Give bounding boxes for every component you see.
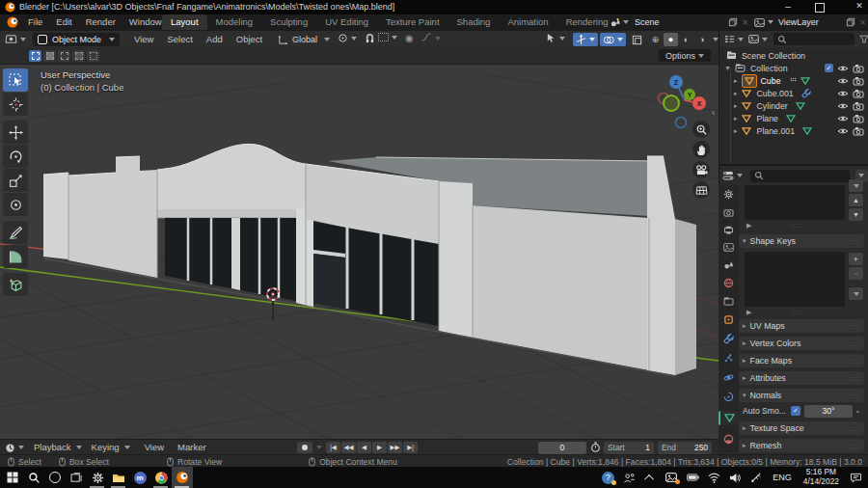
hide-eye-icon[interactable] [837, 65, 849, 72]
frame-end-field[interactable]: End 250 [658, 442, 712, 454]
next-keyframe-button[interactable]: ▶▶ [388, 442, 402, 453]
tool-add-cube[interactable] [3, 273, 28, 296]
menu-timeline-view[interactable]: View [138, 440, 171, 455]
object-visibility-button[interactable] [546, 33, 565, 43]
tab-layout[interactable]: Layout [162, 14, 207, 30]
properties-editor-button[interactable] [722, 171, 743, 180]
tray-screenshot-icon[interactable] [661, 467, 682, 488]
render-camera-icon[interactable] [853, 126, 864, 136]
panel-texture-space[interactable]: ▸Texture Space:::: [739, 421, 864, 435]
notification-center-icon[interactable] [845, 467, 866, 488]
new-viewlayer-icon[interactable] [846, 17, 855, 27]
vgroup-specials-button[interactable] [849, 179, 863, 192]
panel-remesh[interactable]: ▸Remesh:::: [739, 439, 864, 452]
list-resize-grip[interactable]: :::: [791, 309, 802, 315]
file-explorer-icon[interactable] [108, 467, 129, 488]
tab-texture-paint[interactable]: Texture Paint [377, 14, 448, 30]
settings-app-icon[interactable] [87, 467, 108, 488]
menu-edit[interactable]: Edit [49, 14, 78, 30]
tray-usb-icon[interactable] [746, 467, 767, 488]
tool-annotate[interactable] [3, 221, 28, 244]
tray-volume-icon[interactable] [724, 467, 746, 488]
render-camera-icon[interactable] [853, 89, 864, 98]
shading-wireframe-button[interactable]: ⊕ [648, 33, 663, 46]
taskbar-search-icon[interactable] [23, 467, 44, 488]
menu-render[interactable]: Render [79, 14, 122, 30]
tool-rotate[interactable] [3, 145, 28, 168]
outliner-row-collection[interactable]: ▼ Collection ✓ [719, 62, 868, 74]
panel-vertex-colors[interactable]: ▸Vertex Colors:::: [739, 337, 864, 350]
properties-search-input[interactable] [750, 170, 850, 182]
tab-scene-icon[interactable] [723, 260, 734, 269]
auto-keying-toggle[interactable] [297, 442, 322, 453]
cylinder-label[interactable]: Cylinder [757, 101, 788, 111]
auto-smooth-angle-field[interactable]: 30° [804, 405, 853, 418]
xray-toggle[interactable] [629, 33, 645, 46]
tab-world-icon[interactable] [723, 278, 734, 288]
auto-smooth-keyframe-dot[interactable]: • [856, 407, 859, 416]
hide-eye-icon[interactable] [837, 77, 849, 85]
minimize-button[interactable]: – [776, 1, 800, 12]
vertex-groups-list[interactable] [745, 185, 845, 220]
tray-battery-icon[interactable] [682, 467, 703, 488]
list-resize-grip[interactable]: :::: [791, 222, 802, 229]
panel-face-maps[interactable]: ▸Face Maps:::: [739, 354, 864, 367]
tool-measure[interactable] [3, 245, 28, 268]
start-button[interactable] [2, 467, 23, 488]
viewlayer-name[interactable]: ViewLayer [778, 17, 819, 27]
hide-eye-icon[interactable] [837, 115, 849, 122]
select-mode-extend-button[interactable] [43, 50, 56, 62]
perspective-toggle-button[interactable] [692, 181, 710, 199]
tab-physics-icon[interactable] [723, 372, 734, 383]
tab-particles-icon[interactable] [723, 353, 734, 364]
tab-viewlayer-icon[interactable] [723, 243, 734, 252]
cube001-disclosure[interactable]: ▸ [734, 90, 738, 97]
menu-select[interactable]: Select [160, 32, 199, 47]
show-overlays-toggle[interactable] [600, 33, 626, 46]
shading-solid-button[interactable]: ● [664, 33, 678, 46]
cube-label[interactable]: Cube [761, 76, 781, 86]
proportional-falloff-button[interactable] [420, 33, 441, 43]
show-gizmo-toggle[interactable] [573, 33, 598, 46]
medal-app-icon[interactable]: m [129, 467, 150, 488]
select-mode-invert-button[interactable] [72, 50, 85, 62]
tray-wifi-icon[interactable] [703, 467, 724, 488]
cube001-label[interactable]: Cube.001 [757, 89, 794, 98]
list-expand-arrow[interactable]: ▶ [746, 222, 751, 230]
tab-rendering[interactable]: Rendering [557, 14, 611, 30]
prev-keyframe-button[interactable]: ◀◀ [341, 442, 356, 453]
tab-sculpting[interactable]: Sculpting [261, 14, 316, 30]
outliner-row-cube[interactable]: ▸ Cube [719, 74, 868, 87]
scene-collection-label[interactable]: Scene Collection [742, 51, 805, 61]
pan-button[interactable] [692, 141, 710, 158]
tool-move[interactable] [3, 121, 28, 144]
tab-constraints-icon[interactable] [723, 392, 734, 402]
outliner-row-cylinder[interactable]: ▸ Cylinder [719, 99, 868, 112]
camera-view-button[interactable] [692, 161, 710, 178]
pivot-point-button[interactable] [338, 33, 357, 43]
tool-cursor[interactable] [3, 93, 28, 116]
tab-render-icon[interactable] [723, 208, 734, 217]
tab-uv-editing[interactable]: UV Editing [316, 14, 377, 30]
outliner-row-plane[interactable]: ▸ Plane [719, 112, 868, 124]
vgroup-move-down-button[interactable]: ▼ [849, 208, 863, 221]
use-preview-range-icon[interactable] [590, 442, 601, 452]
viewport-3d[interactable]: User Perspective (0) Collection | Cube Z… [0, 65, 719, 439]
blender-app-icon[interactable] [172, 467, 193, 488]
cylinder-disclosure[interactable]: ▸ [734, 102, 738, 110]
outliner-row-scene-collection[interactable]: Scene Collection [719, 49, 868, 62]
outliner-row-plane001[interactable]: ▸ Plane.001 [719, 124, 868, 137]
shading-rendered-button[interactable]: ◑ [694, 33, 709, 46]
render-camera-icon[interactable] [853, 76, 864, 86]
select-mode-subtract-button[interactable] [58, 50, 70, 62]
jump-to-end-button[interactable]: ▶| [403, 442, 418, 453]
gizmo-minus-y[interactable] [664, 95, 679, 111]
plane001-label[interactable]: Plane.001 [757, 126, 796, 136]
vgroup-move-up-button[interactable]: ▲ [849, 194, 863, 206]
timeline-editor-button[interactable] [5, 443, 24, 453]
select-mode-new-button[interactable] [29, 50, 41, 62]
maximize-button[interactable] [815, 3, 825, 13]
menu-marker[interactable]: Marker [171, 440, 213, 455]
hide-eye-icon[interactable] [837, 102, 849, 110]
tab-animation[interactable]: Animation [499, 14, 556, 30]
